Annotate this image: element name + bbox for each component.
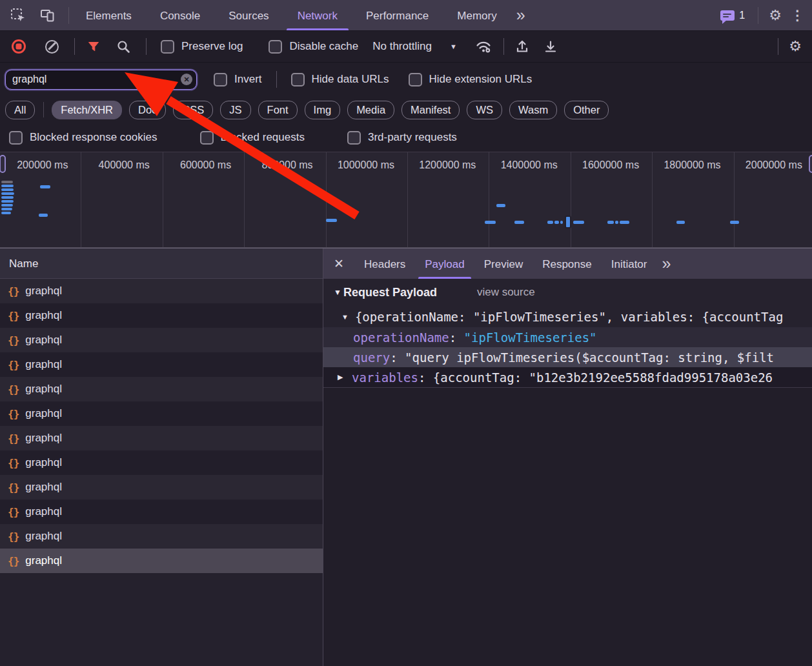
timeline-tick-label: 2000000 ms (746, 159, 802, 170)
blocked-response-cookies-checkbox[interactable]: Blocked response cookies (9, 131, 157, 145)
payload-summary-row[interactable]: ▼{operationName: "ipFlowTimeseries", var… (323, 306, 812, 327)
payload-row-query[interactable]: query: "query ipFlowTimeseries($accountT… (323, 347, 812, 367)
checkbox-box[interactable] (291, 73, 305, 86)
filter-chip-font[interactable]: Font (258, 101, 298, 119)
overview-right-handle[interactable] (809, 155, 812, 173)
tab-payload[interactable]: Payload (415, 248, 474, 279)
payload-value: {accountTag: "b12e3b2192ee5588fdad995178… (433, 370, 773, 385)
checkbox-box[interactable] (347, 131, 361, 145)
close-icon[interactable]: ✕ (323, 256, 354, 271)
checkbox-box[interactable] (409, 73, 422, 86)
blocked-requests-checkbox[interactable]: Blocked requests (200, 131, 305, 145)
hide-extension-urls-checkbox[interactable]: Hide extension URLs (409, 73, 533, 86)
filter-chip-img[interactable]: Img (305, 101, 341, 119)
table-row[interactable]: {}graphql (0, 352, 323, 377)
tab-headers[interactable]: Headers (354, 248, 415, 279)
table-row[interactable]: {}graphql (0, 426, 323, 450)
filter-chip-css[interactable]: CSS (173, 101, 213, 119)
import-har-icon[interactable] (514, 39, 530, 54)
request-name: graphql (25, 407, 62, 420)
table-row[interactable]: {}graphql (0, 500, 323, 524)
network-settings-gear-icon[interactable]: ⚙ (789, 38, 802, 55)
throttling-dropdown[interactable]: No throttling (372, 40, 432, 53)
search-icon[interactable] (116, 39, 130, 54)
settings-gear-icon[interactable]: ⚙ (769, 7, 782, 24)
table-row[interactable]: {}graphql (0, 549, 323, 573)
clear-filter-icon[interactable]: ✕ (181, 74, 192, 85)
collapse-triangle-icon[interactable]: ▼ (341, 313, 349, 321)
tab-memory[interactable]: Memory (443, 0, 511, 30)
table-row[interactable]: {}graphql (0, 475, 323, 500)
inspect-element-icon[interactable] (10, 8, 26, 23)
payload-row-variables[interactable]: ▶variables: {accountTag: "b12e3b2192ee55… (323, 367, 812, 387)
table-row[interactable]: {}graphql (0, 524, 323, 549)
filter-chip-fetch-xhr[interactable]: Fetch/XHR (52, 101, 122, 119)
payload-summary-text: {operationName: "ipFlowTimeseries", vari… (355, 310, 783, 324)
tab-console[interactable]: Console (146, 0, 214, 30)
tab-performance[interactable]: Performance (352, 0, 443, 30)
clear-network-log-icon[interactable] (45, 40, 59, 54)
json-braces-icon: {} (8, 383, 19, 396)
tab-elements[interactable]: Elements (72, 0, 146, 30)
issues-message-icon[interactable] (720, 10, 735, 21)
waterfall-bar (40, 185, 50, 188)
record-network-log-icon[interactable] (12, 39, 26, 54)
divider (276, 71, 277, 88)
tab-network[interactable]: Network (283, 0, 352, 30)
filter-input[interactable] (5, 70, 197, 90)
invert-checkbox[interactable]: Invert (214, 73, 262, 86)
waterfall-bar (1, 181, 13, 183)
checkbox-label: Hide data URLs (312, 73, 389, 86)
filter-chip-ws[interactable]: WS (467, 101, 502, 119)
filter-chip-media[interactable]: Media (347, 101, 394, 119)
payload-row-operationname[interactable]: operationName: "ipFlowTimeseries" (323, 327, 812, 347)
request-payload-section-header[interactable]: ▼ Request Payload view source (323, 279, 812, 306)
json-braces-icon: {} (8, 285, 19, 298)
filter-chip-all[interactable]: All (5, 101, 35, 119)
filter-chip-other[interactable]: Other (564, 101, 609, 119)
tab-sources[interactable]: Sources (214, 0, 283, 30)
view-source-link[interactable]: view source (477, 286, 535, 299)
timeline-column: 800000 ms (245, 152, 326, 247)
overview-left-handle[interactable] (0, 155, 6, 173)
table-row[interactable]: {}graphql (0, 303, 323, 328)
expand-triangle-icon[interactable]: ▶ (338, 373, 352, 381)
timeline-column: 1800000 ms (653, 152, 734, 247)
export-har-icon[interactable] (543, 39, 558, 54)
panel-tabs: ElementsConsoleSourcesNetworkPerformance… (72, 0, 511, 30)
table-row[interactable]: {}graphql (0, 279, 323, 303)
3rd-party-requests-checkbox[interactable]: 3rd-party requests (347, 131, 457, 145)
network-overview-timeline[interactable]: 200000 ms400000 ms600000 ms800000 ms1000… (0, 152, 812, 248)
timeline-tick-label: 200000 ms (17, 159, 68, 170)
filter-chip-doc[interactable]: Doc (129, 101, 166, 119)
checkbox-box[interactable] (200, 131, 214, 145)
kebab-menu-icon[interactable]: ⋮ (791, 8, 804, 23)
hide-data-urls-checkbox[interactable]: Hide data URLs (291, 73, 389, 86)
name-column-header[interactable]: Name (0, 248, 323, 279)
tab-preview[interactable]: Preview (474, 248, 533, 279)
checkbox-box[interactable] (269, 40, 282, 54)
table-row[interactable]: {}graphql (0, 401, 323, 426)
filter-funnel-icon[interactable] (88, 41, 99, 52)
disable-cache-checkbox[interactable]: Disable cache (269, 40, 358, 54)
checkbox-box[interactable] (9, 131, 23, 145)
network-conditions-icon[interactable] (475, 39, 492, 54)
device-toolbar-icon[interactable] (40, 8, 56, 23)
filter-chip-manifest[interactable]: Manifest (401, 101, 460, 119)
checkbox-box[interactable] (214, 73, 227, 86)
more-tabs-icon[interactable]: » (511, 6, 531, 25)
filter-chip-wasm[interactable]: Wasm (509, 101, 557, 119)
table-row[interactable]: {}graphql (0, 377, 323, 401)
tab-response[interactable]: Response (533, 248, 602, 279)
request-name: graphql (25, 358, 62, 371)
preserve-log-checkbox[interactable]: Preserve log (161, 40, 243, 54)
payload-key: query (353, 350, 390, 365)
table-row[interactable]: {}graphql (0, 450, 323, 475)
filter-chip-js[interactable]: JS (220, 101, 250, 119)
collapse-triangle-icon[interactable]: ▼ (334, 288, 341, 297)
more-details-tabs-icon[interactable]: » (656, 254, 676, 273)
checkbox-box[interactable] (161, 40, 174, 54)
tab-initiator[interactable]: Initiator (602, 248, 657, 279)
table-row[interactable]: {}graphql (0, 328, 323, 352)
chevron-down-icon[interactable]: ▼ (450, 43, 457, 50)
